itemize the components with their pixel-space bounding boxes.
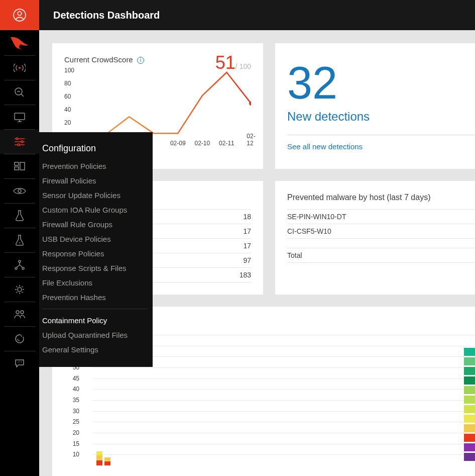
flask-icon [15,210,24,222]
svg-rect-9 [15,167,19,170]
svg-point-17 [16,311,19,314]
new-detections-card: 32 New detections See all new detections [275,43,475,169]
nav-store[interactable] [0,327,39,351]
nav-help[interactable] [0,351,39,375]
malware-title: Prevented malware by host (last 7 days) [287,193,475,202]
nav-intelligence[interactable] [0,204,39,228]
table-row: CI-CSF5-W10 [287,224,475,239]
flyout-item-prevention-hashes[interactable]: Prevention Hashes [39,290,153,305]
nav-activity[interactable] [0,56,39,80]
flyout-item-upload-quarantined-files[interactable]: Upload Quarantined Files [39,328,153,342]
sun-icon [14,284,25,295]
sidebar-rail [0,0,39,476]
flyout-item-sensor-update-policies[interactable]: Sensor Update Policies [39,188,153,203]
malware-card: Prevented malware by host (last 7 days) … [275,181,475,295]
svg-point-16 [18,288,22,292]
nav-configuration[interactable] [0,130,39,154]
info-icon[interactable]: i [137,57,144,64]
flyout-heading: Configuration [39,141,153,159]
svg-point-11 [18,189,21,193]
nav-dashboards[interactable] [0,154,39,178]
svg-point-2 [19,67,21,69]
swirl-icon [14,333,25,344]
nav-sandbox[interactable] [0,228,39,252]
flyout-item-prevention-policies[interactable]: Prevention Policies [39,159,153,173]
new-detections-label: New detections [287,110,475,124]
nav-spotlight[interactable] [0,253,39,277]
see-all-detections-link[interactable]: See all new detections [287,135,475,151]
nav-investigate[interactable] [0,80,39,105]
chat-icon [14,358,25,369]
user-icon [13,9,26,22]
nav-support[interactable] [0,302,39,326]
flyout-item-custom-ioa-rule-groups[interactable]: Custom IOA Rule Groups [39,203,153,217]
flyout-item-response-scripts-files[interactable]: Response Scripts & Files [39,261,153,275]
flask2-icon [15,234,24,246]
tree-icon [14,259,25,270]
configuration-flyout: Configuration Prevention Policies Firewa… [39,132,153,367]
broadcast-icon [14,63,26,72]
svg-point-6 [21,141,23,143]
flyout-item-usb-device-policies[interactable]: USB Device Policies [39,232,153,246]
profile-button[interactable] [0,0,39,30]
svg-point-12 [19,242,20,243]
svg-point-7 [18,144,20,146]
flyout-item-containment-policy[interactable]: Containment Policy [39,313,153,328]
svg-rect-10 [20,162,25,170]
eye-icon [13,187,26,195]
flyout-item-file-exclusions[interactable]: File Exclusions [39,275,153,290]
table-row: SE-PIN-WIN10-DT [287,210,475,224]
nav-discover[interactable] [0,179,39,203]
new-detections-count: 32 [287,60,475,106]
svg-point-13 [19,260,21,262]
svg-point-14 [15,267,17,269]
malware-table: SE-PIN-WIN10-DT CI-CSF5-W10 [287,209,475,239]
monitor-icon [14,112,26,122]
svg-point-18 [21,311,24,314]
flyout-item-firewall-policies[interactable]: Firewall Policies [39,173,153,188]
zoom-icon [14,87,25,98]
people-icon [14,309,26,319]
sliders-icon [14,137,26,146]
dashboard-icon [14,162,25,171]
page-title: Detections Dashboard [39,0,475,30]
svg-point-15 [22,267,24,269]
svg-rect-8 [15,162,19,165]
flyout-item-firewall-rule-groups[interactable]: Firewall Rule Groups [39,217,153,232]
svg-rect-4 [15,113,25,120]
malware-total-table: Total [287,248,475,263]
flyout-item-general-settings[interactable]: General Settings [39,342,153,357]
brand-logo[interactable] [0,30,39,55]
svg-point-5 [16,138,18,140]
flyout-item-response-policies[interactable]: Response Policies [39,246,153,261]
nav-hosts[interactable] [0,105,39,129]
svg-point-1 [18,12,22,16]
falcon-icon [10,35,30,50]
severity-bar [96,445,111,465]
table-row-total: Total [287,248,475,263]
nav-users[interactable] [0,277,39,302]
